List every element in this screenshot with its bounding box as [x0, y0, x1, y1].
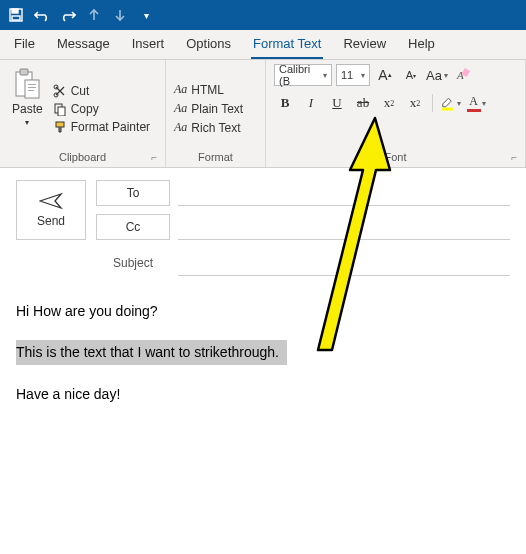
format-painter-button[interactable]: Format Painter: [53, 120, 150, 134]
cc-input[interactable]: [178, 214, 510, 240]
save-icon[interactable]: [8, 7, 24, 23]
paste-label: Paste: [12, 102, 43, 116]
ribbon-tabs: File Message Insert Options Format Text …: [0, 30, 526, 60]
aa-plain-icon: Aa: [174, 101, 187, 116]
highlight-color-button[interactable]: ▾: [439, 92, 461, 114]
title-bar: ▾: [0, 0, 526, 30]
paste-dropdown-icon[interactable]: ▾: [25, 118, 29, 127]
svg-rect-7: [28, 87, 36, 88]
body-line-3: Have a nice day!: [16, 383, 510, 405]
to-input[interactable]: [178, 180, 510, 206]
dropdown-icon: ▾: [323, 71, 327, 80]
up-arrow-icon[interactable]: [86, 7, 102, 23]
increase-font-button[interactable]: A▴: [374, 64, 396, 86]
cut-label: Cut: [71, 84, 90, 98]
send-icon: [39, 192, 63, 210]
svg-rect-5: [25, 80, 39, 98]
svg-rect-4: [20, 69, 28, 75]
strikethrough-button[interactable]: ab: [352, 92, 374, 114]
rich-text-button[interactable]: Aa Rich Text: [174, 120, 243, 135]
clipboard-group-label: Clipboard ⌐: [8, 149, 157, 165]
tab-message[interactable]: Message: [55, 30, 112, 59]
font-group-label: Font ⌐: [274, 149, 517, 165]
change-case-button[interactable]: Aa▾: [426, 64, 448, 86]
svg-rect-13: [56, 122, 64, 127]
tab-insert[interactable]: Insert: [130, 30, 167, 59]
superscript-button[interactable]: x2: [404, 92, 426, 114]
italic-button[interactable]: I: [300, 92, 322, 114]
compose-header: Send To Cc Subject: [0, 168, 526, 288]
font-color-button[interactable]: A▾: [465, 92, 487, 114]
svg-text:A: A: [456, 69, 464, 81]
aa-html-icon: Aa: [174, 82, 187, 97]
html-format-button[interactable]: Aa HTML: [174, 82, 243, 97]
format-group-label: Format: [174, 149, 257, 165]
font-name-combo[interactable]: Calibri (B▾: [274, 64, 332, 86]
redo-icon[interactable]: [60, 7, 76, 23]
format-painter-label: Format Painter: [71, 120, 150, 134]
copy-button[interactable]: Copy: [53, 102, 150, 116]
group-clipboard: Paste ▾ Cut Copy Format Painter Clipbo: [0, 60, 166, 167]
email-body[interactable]: Hi How are you doing? This is the text t…: [0, 288, 526, 435]
group-format: Aa HTML Aa Plain Text Aa Rich Text Forma…: [166, 60, 266, 167]
subscript-button[interactable]: x2: [378, 92, 400, 114]
body-selected-text: This is the text that I want to striketh…: [16, 340, 287, 364]
clipboard-launcher-icon[interactable]: ⌐: [151, 152, 157, 163]
tab-help[interactable]: Help: [406, 30, 437, 59]
tab-format-text[interactable]: Format Text: [251, 30, 323, 59]
paste-button[interactable]: Paste ▾: [8, 64, 47, 149]
svg-rect-16: [442, 108, 453, 111]
body-line-1: Hi How are you doing?: [16, 300, 510, 322]
send-button[interactable]: Send: [16, 180, 86, 240]
subject-label: Subject: [96, 256, 170, 270]
svg-rect-6: [28, 84, 36, 85]
decrease-font-button[interactable]: A▾: [400, 64, 422, 86]
bold-button[interactable]: B: [274, 92, 296, 114]
svg-rect-1: [12, 9, 18, 13]
cc-button[interactable]: Cc: [96, 214, 170, 240]
group-font: Calibri (B▾ 11▾ A▴ A▾ Aa▾ A B I U ab x2 …: [266, 60, 526, 167]
aa-rich-icon: Aa: [174, 120, 187, 135]
ribbon: Paste ▾ Cut Copy Format Painter Clipbo: [0, 60, 526, 168]
tab-file[interactable]: File: [12, 30, 37, 59]
plain-text-button[interactable]: Aa Plain Text: [174, 101, 243, 116]
subject-input[interactable]: [178, 250, 510, 276]
qat-customize-icon[interactable]: ▾: [144, 10, 149, 21]
svg-rect-2: [12, 16, 20, 20]
font-size-combo[interactable]: 11▾: [336, 64, 370, 86]
down-arrow-icon[interactable]: [112, 7, 128, 23]
undo-icon[interactable]: [34, 7, 50, 23]
underline-button[interactable]: U: [326, 92, 348, 114]
tab-options[interactable]: Options: [184, 30, 233, 59]
font-launcher-icon[interactable]: ⌐: [511, 152, 517, 163]
clear-formatting-button[interactable]: A: [452, 64, 474, 86]
cut-button[interactable]: Cut: [53, 84, 150, 98]
svg-rect-12: [58, 107, 65, 116]
dropdown-icon: ▾: [361, 71, 365, 80]
svg-rect-8: [28, 90, 34, 91]
tab-review[interactable]: Review: [341, 30, 388, 59]
to-button[interactable]: To: [96, 180, 170, 206]
copy-label: Copy: [71, 102, 99, 116]
